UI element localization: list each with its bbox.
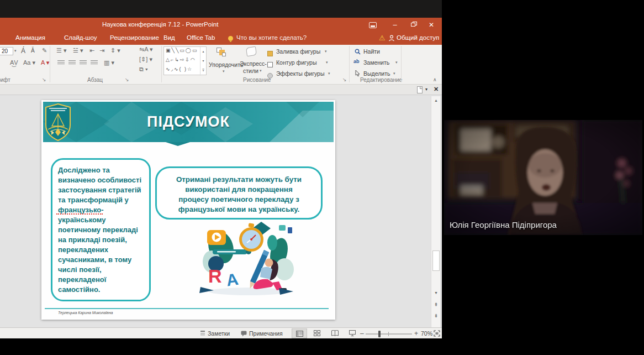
tell-me-bulb-icon [228, 36, 233, 41]
view-normal-button[interactable] [292, 328, 307, 338]
select-button[interactable]: Выделить [363, 70, 390, 77]
align-text-icon[interactable]: [⇕] ▾ [139, 56, 152, 63]
decrease-indent-icon[interactable]: ⇤ [89, 47, 94, 54]
zoom-out-button[interactable]: – [360, 330, 364, 337]
view-reading-button[interactable] [327, 328, 342, 338]
zoom-slider-thumb[interactable] [378, 331, 381, 337]
tell-me-box[interactable]: Что вы хотите сделать? [236, 34, 307, 41]
select-icon [355, 70, 360, 76]
grow-font-icon[interactable]: А́ [21, 47, 25, 55]
participant-video[interactable]: Юлія Георгіївна Підіпригора [444, 120, 642, 235]
shrink-font-icon[interactable]: А̌ [31, 48, 35, 54]
shapes-gallery[interactable]: ▣╲╲▭◯▭ △⌐↳⇨⇩◠ ∿◞∿( )☆ ▴▾⊽ [163, 46, 207, 75]
shape-icons-row[interactable]: ∿◞∿( )☆ [166, 66, 193, 72]
shape-effects-dropdown-icon[interactable]: ▾ [328, 71, 330, 76]
right-text-box[interactable]: Отримані результати можуть бути використ… [155, 166, 323, 220]
group-label-editing: Редактирование [360, 77, 402, 83]
slide-title: ПІДСУМОК [43, 113, 334, 130]
shape-fill-dropdown-icon[interactable]: ▾ [325, 49, 327, 54]
vertical-scrollbar[interactable]: ▲ ▼ ⇞ ⇟ [431, 96, 440, 327]
align-left-icon[interactable] [57, 60, 65, 65]
illustration-letter-a: A [225, 270, 239, 290]
numbering-icon[interactable]: ☱ ▾ [73, 47, 83, 54]
increase-indent-icon[interactable]: ⇥ [99, 47, 104, 54]
tab-view[interactable]: Вид [163, 34, 175, 41]
zoom-slider-track[interactable] [366, 333, 412, 335]
shape-outline-button[interactable]: Контур фигуры [276, 59, 316, 66]
select-dropdown-icon[interactable]: ▾ [393, 71, 395, 76]
share-button[interactable]: Общий доступ [397, 34, 439, 41]
paragraph-dialog-launcher-icon[interactable]: ↘ [125, 77, 129, 82]
group-label-font: Шрифт [0, 77, 10, 83]
change-case-icon[interactable]: Aa ▾ [23, 59, 35, 66]
slide[interactable]: ПІДСУМОК Досліджено та визначено особлив… [41, 100, 335, 320]
comments-button[interactable]: Примечания [249, 330, 283, 337]
align-center-icon[interactable] [68, 60, 76, 65]
columns-icon[interactable]: ▥ ▾ [104, 59, 114, 66]
desktop-bottom-strip [0, 338, 442, 355]
restore-button[interactable] [407, 20, 421, 30]
quick-styles-button-line2[interactable]: стили [243, 67, 258, 74]
tab-slideshow[interactable]: Слайд-шоу [64, 34, 97, 41]
arrange-button[interactable]: Упорядочить [209, 61, 243, 68]
window-title: Наукова конференція 7.12 - PowerPoint [102, 21, 218, 28]
participant-name-label: Юлія Георгіївна Підіпригора [450, 220, 557, 229]
scroll-down-icon[interactable]: ▼ [431, 291, 441, 295]
tab-animation[interactable]: Анимация [15, 34, 45, 41]
left-text-box[interactable]: Досліджено та визначено особливості заст… [51, 158, 151, 301]
shape-effects-button[interactable]: Эффекты фигуры [276, 70, 325, 77]
reading-view-icon [331, 330, 339, 336]
zoom-level[interactable]: 70% [421, 330, 432, 337]
replace-button[interactable]: Заменить [363, 59, 389, 66]
tab-close-icon[interactable]: ✕ [434, 86, 439, 93]
bullets-icon[interactable]: ☰ ▾ [56, 47, 66, 54]
quick-styles-button[interactable]: Экспресс- [240, 60, 267, 67]
font-size-input[interactable]: 20 [0, 47, 13, 55]
view-slide-sorter-button[interactable] [309, 328, 325, 338]
replace-dropdown-icon[interactable]: ▾ [395, 60, 398, 65]
quick-styles-icon [246, 46, 257, 56]
notes-button[interactable]: Заметки [208, 330, 230, 337]
clear-formatting-icon[interactable]: ✎ [42, 47, 47, 54]
tab-list-dropdown-icon[interactable]: ▾ [425, 87, 427, 92]
shape-icons-row[interactable]: △⌐↳⇨⇩◠ [166, 57, 196, 62]
scroll-up-icon[interactable]: ▲ [431, 98, 441, 102]
font-size-dropdown-icon[interactable]: ▾ [14, 49, 17, 53]
person-icon [388, 35, 395, 41]
shapes-gallery-scroll[interactable]: ▴▾⊽ [200, 47, 206, 76]
minimize-button[interactable]: – [388, 20, 402, 30]
line-spacing-icon[interactable]: ⇕ ▾ [110, 47, 120, 54]
band-accent [166, 142, 190, 146]
character-spacing-icon[interactable]: A͜V [10, 59, 18, 66]
tab-review[interactable]: Рецензирование [110, 34, 159, 41]
next-slide-button[interactable]: ⇟ [431, 313, 441, 319]
warning-icon[interactable]: ⚠ [379, 34, 386, 42]
view-slideshow-button[interactable] [345, 328, 360, 338]
find-button[interactable]: Найти [363, 48, 380, 55]
ribbon-display-options-icon[interactable] [369, 22, 377, 28]
text-direction-icon[interactable]: ⇋A ▾ [139, 46, 153, 53]
document-tab-icon[interactable] [417, 86, 423, 93]
close-button[interactable]: ✕ [424, 20, 439, 30]
arrange-dropdown-icon[interactable]: ▾ [223, 69, 225, 74]
restore-icon [411, 23, 415, 27]
normal-view-icon [296, 331, 303, 337]
ribbon-tab-row: Анимация Слайд-шоу Рецензирование Вид Of… [0, 32, 442, 45]
font-color-icon[interactable]: A ▾ [41, 59, 49, 66]
previous-slide-button[interactable]: ⇞ [431, 302, 441, 307]
shape-outline-dropdown-icon[interactable]: ▾ [326, 60, 328, 65]
collapse-ribbon-icon[interactable]: ∧ [433, 77, 437, 82]
drawing-dialog-launcher-icon[interactable]: ↘ [342, 77, 347, 82]
quick-styles-dropdown-icon[interactable]: ▾ [260, 69, 262, 73]
shape-icons-row[interactable]: ▣╲╲▭◯▭ [166, 48, 198, 53]
tab-office-tab[interactable]: Office Tab [187, 34, 215, 41]
align-right-icon[interactable] [80, 60, 87, 65]
office-tab-bar: ▾ ✕ [0, 85, 442, 95]
smartart-convert-icon[interactable]: ⧉ ▾ [139, 66, 148, 73]
scrollbar-thumb[interactable] [432, 250, 440, 271]
shape-fill-button[interactable]: Заливка фигуры [276, 48, 320, 55]
font-dialog-launcher-icon[interactable]: ↘ [42, 77, 46, 82]
zoom-in-button[interactable]: + [414, 330, 418, 337]
fit-to-window-icon[interactable] [434, 330, 440, 337]
justify-icon[interactable] [91, 60, 98, 65]
